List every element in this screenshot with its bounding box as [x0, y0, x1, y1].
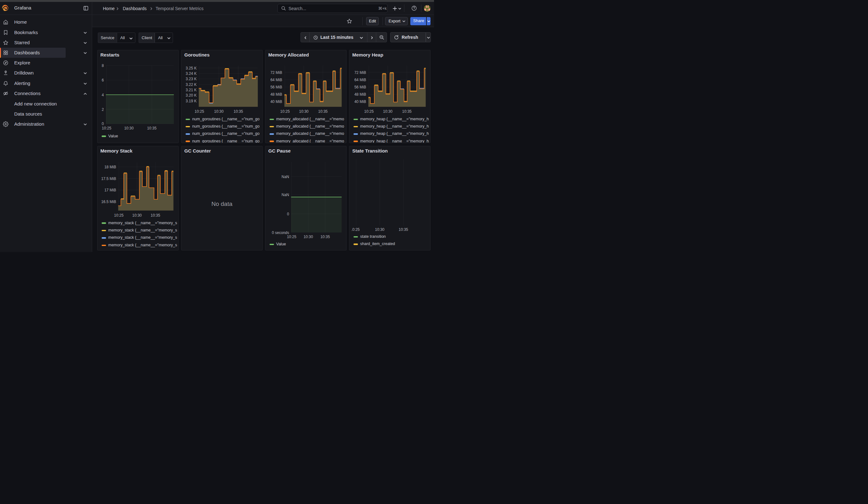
- svg-text:72 MiB: 72 MiB: [270, 70, 282, 75]
- svg-text:56 MiB: 56 MiB: [270, 85, 282, 89]
- svg-text:40 MiB: 40 MiB: [354, 100, 366, 104]
- svg-text:10:30: 10:30: [132, 213, 142, 217]
- svg-text:3.25 K: 3.25 K: [186, 66, 197, 70]
- svg-text:10:35: 10:35: [151, 213, 160, 217]
- svg-text:6: 6: [102, 78, 104, 82]
- svg-text:0 seconds: 0 seconds: [272, 230, 289, 235]
- svg-text:10:35: 10:35: [147, 126, 157, 131]
- svg-text:NaN: NaN: [281, 174, 289, 179]
- svg-text:10:25: 10:25: [364, 109, 374, 114]
- svg-text:10:25: 10:25: [195, 109, 204, 114]
- svg-text:4: 4: [102, 93, 104, 97]
- svg-text:18 MiB: 18 MiB: [104, 165, 116, 169]
- svg-text:10:35: 10:35: [399, 227, 408, 232]
- svg-text:3.22 K: 3.22 K: [186, 82, 197, 87]
- svg-text:3.20 K: 3.20 K: [186, 93, 197, 97]
- svg-text:10:30: 10:30: [124, 126, 134, 131]
- svg-text:10:30: 10:30: [299, 109, 308, 114]
- svg-text:10:30: 10:30: [375, 227, 384, 232]
- svg-text:48 MiB: 48 MiB: [354, 92, 366, 96]
- svg-text:3.24 K: 3.24 K: [186, 71, 197, 76]
- svg-text:10:35: 10:35: [234, 109, 243, 114]
- svg-text:10:35: 10:35: [318, 109, 328, 114]
- svg-text:10:30: 10:30: [304, 235, 313, 239]
- svg-text:10:25: 10:25: [114, 213, 123, 217]
- svg-text:0: 0: [102, 122, 104, 126]
- svg-text:72 MiB: 72 MiB: [354, 70, 366, 75]
- svg-text:10:25: 10:25: [280, 109, 290, 114]
- svg-text:3.19 K: 3.19 K: [186, 99, 197, 103]
- svg-text:NaN: NaN: [281, 193, 289, 197]
- svg-text:16.5 MiB: 16.5 MiB: [101, 199, 116, 204]
- svg-text:3.23 K: 3.23 K: [186, 77, 197, 81]
- svg-text:17.5 MiB: 17.5 MiB: [101, 176, 116, 181]
- svg-text:10:35: 10:35: [402, 109, 412, 114]
- svg-text:56 MiB: 56 MiB: [354, 85, 366, 89]
- svg-text:2: 2: [102, 107, 104, 112]
- svg-text:8: 8: [102, 63, 104, 68]
- svg-text:10:25: 10:25: [350, 227, 360, 232]
- svg-text:3.21 K: 3.21 K: [186, 88, 197, 92]
- svg-text:17 MiB: 17 MiB: [104, 188, 116, 192]
- svg-text:10:30: 10:30: [383, 109, 392, 114]
- svg-text:48 MiB: 48 MiB: [270, 92, 282, 96]
- svg-text:10:25: 10:25: [287, 235, 296, 239]
- svg-text:0: 0: [287, 212, 289, 216]
- svg-text:64 MiB: 64 MiB: [270, 78, 282, 82]
- svg-text:40 MiB: 40 MiB: [270, 100, 282, 104]
- svg-text:10:30: 10:30: [214, 109, 224, 114]
- svg-text:10:35: 10:35: [320, 235, 330, 239]
- svg-text:64 MiB: 64 MiB: [354, 78, 366, 82]
- svg-text:10:25: 10:25: [102, 126, 111, 131]
